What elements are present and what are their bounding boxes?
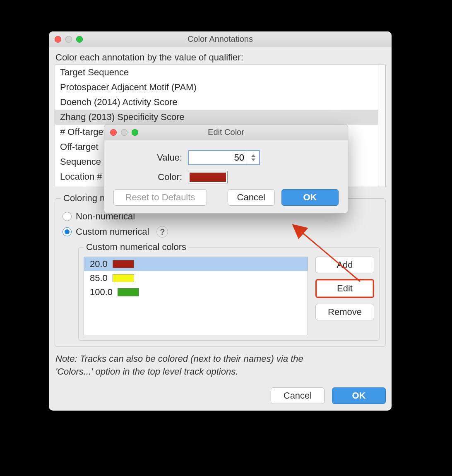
value-stepper[interactable] <box>188 150 260 165</box>
close-icon[interactable] <box>55 36 61 43</box>
list-item[interactable]: Protospacer Adjacent Motif (PAM) <box>55 80 385 95</box>
reset-defaults-button[interactable]: Reset to Defaults <box>113 189 207 206</box>
color-value: 100.0 <box>90 287 113 298</box>
ok-button[interactable]: OK <box>281 189 339 206</box>
edit-button-highlight: Edit <box>315 279 374 298</box>
edit-button[interactable]: Edit <box>317 280 373 297</box>
cancel-button[interactable]: Cancel <box>271 387 325 404</box>
cancel-button[interactable]: Cancel <box>228 189 275 206</box>
minimize-icon <box>121 129 127 136</box>
zoom-icon[interactable] <box>76 36 83 43</box>
custom-colors-label: Custom numerical colors <box>84 242 189 252</box>
color-row[interactable]: 100.0 <box>84 285 308 299</box>
custom-colors-group: Custom numerical colors 20.0 85.0 100.0 <box>78 242 380 341</box>
zoom-icon[interactable] <box>132 129 138 136</box>
edit-color-dialog: Edit Color Value: Color: Reset to Defaul… <box>104 124 348 214</box>
titlebar: Edit Color <box>104 125 348 140</box>
list-item[interactable]: Target Sequence <box>55 65 385 80</box>
list-item[interactable]: Doench (2014) Activity Score <box>55 95 385 110</box>
color-row[interactable]: 20.0 <box>84 257 308 271</box>
note-text: Note: Tracks can also be colored (next t… <box>55 353 385 378</box>
color-well[interactable] <box>188 171 228 183</box>
qualifier-prompt: Color each annotation by the value of qu… <box>55 52 386 63</box>
color-row[interactable]: 85.0 <box>84 271 308 285</box>
titlebar: Color Annotations <box>49 31 392 47</box>
value-input[interactable] <box>189 151 247 164</box>
remove-button[interactable]: Remove <box>315 304 374 320</box>
custom-colors-list[interactable]: 20.0 85.0 100.0 <box>84 257 308 335</box>
color-swatch <box>113 274 134 282</box>
radio-custom-numerical[interactable] <box>63 227 72 236</box>
window-title: Color Annotations <box>49 34 392 44</box>
minimize-icon <box>65 36 72 43</box>
radio-non-numerical[interactable] <box>63 212 72 221</box>
color-value: 85.0 <box>90 273 108 284</box>
help-icon[interactable]: ? <box>156 226 168 238</box>
add-button[interactable]: Add <box>315 257 374 273</box>
value-label: Value: <box>113 152 188 163</box>
scrollbar[interactable] <box>378 65 385 187</box>
color-label: Color: <box>113 172 188 183</box>
stepper-icon[interactable] <box>247 151 259 164</box>
window-controls <box>104 129 138 136</box>
window-controls <box>49 36 83 43</box>
window-title: Edit Color <box>104 127 348 137</box>
color-value: 20.0 <box>90 259 108 269</box>
list-item[interactable]: Zhang (2013) Specificity Score <box>55 110 385 125</box>
color-swatch <box>113 260 134 268</box>
coloring-rule-group: Coloring rule Non-numerical Custom numer… <box>55 193 386 347</box>
radio-custom-numerical-label: Custom numerical <box>76 226 149 237</box>
close-icon[interactable] <box>110 129 117 136</box>
color-swatch <box>118 288 139 296</box>
ok-button[interactable]: OK <box>332 387 386 404</box>
color-annotations-dialog: Color Annotations Color each annotation … <box>49 31 392 411</box>
